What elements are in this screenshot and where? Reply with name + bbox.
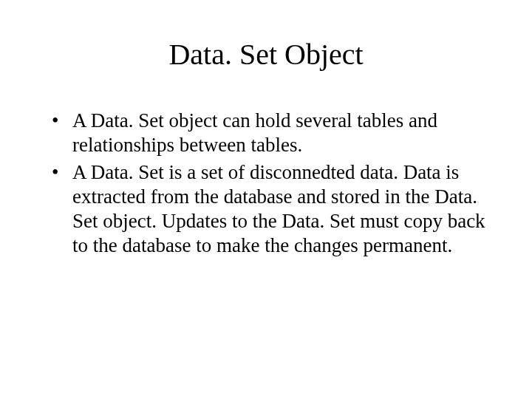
bullet-item: A Data. Set object can hold several tabl… <box>52 109 488 157</box>
bullet-list: A Data. Set object can hold several tabl… <box>52 109 488 258</box>
slide: Data. Set Object A Data. Set object can … <box>0 0 532 399</box>
slide-title: Data. Set Object <box>44 37 488 72</box>
bullet-item: A Data. Set is a set of disconnedted dat… <box>52 160 488 258</box>
